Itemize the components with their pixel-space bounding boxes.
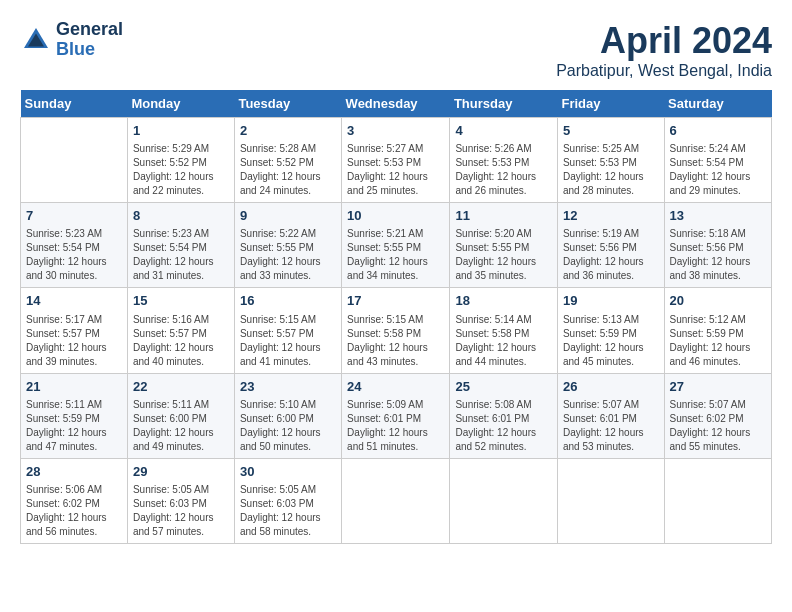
day-number: 16	[240, 292, 336, 310]
day-info: Sunrise: 5:18 AM Sunset: 5:56 PM Dayligh…	[670, 227, 766, 283]
day-number: 17	[347, 292, 444, 310]
calendar-cell: 3Sunrise: 5:27 AM Sunset: 5:53 PM Daylig…	[342, 118, 450, 203]
day-info: Sunrise: 5:25 AM Sunset: 5:53 PM Dayligh…	[563, 142, 659, 198]
header-cell-tuesday: Tuesday	[234, 90, 341, 118]
calendar-table: SundayMondayTuesdayWednesdayThursdayFrid…	[20, 90, 772, 544]
header-cell-monday: Monday	[127, 90, 234, 118]
day-info: Sunrise: 5:15 AM Sunset: 5:57 PM Dayligh…	[240, 313, 336, 369]
calendar-week-2: 7Sunrise: 5:23 AM Sunset: 5:54 PM Daylig…	[21, 203, 772, 288]
day-number: 14	[26, 292, 122, 310]
calendar-cell: 13Sunrise: 5:18 AM Sunset: 5:56 PM Dayli…	[664, 203, 771, 288]
day-info: Sunrise: 5:28 AM Sunset: 5:52 PM Dayligh…	[240, 142, 336, 198]
calendar-cell	[664, 458, 771, 543]
calendar-body: 1Sunrise: 5:29 AM Sunset: 5:52 PM Daylig…	[21, 118, 772, 544]
day-number: 23	[240, 378, 336, 396]
day-info: Sunrise: 5:05 AM Sunset: 6:03 PM Dayligh…	[240, 483, 336, 539]
calendar-week-3: 14Sunrise: 5:17 AM Sunset: 5:57 PM Dayli…	[21, 288, 772, 373]
calendar-cell: 4Sunrise: 5:26 AM Sunset: 5:53 PM Daylig…	[450, 118, 558, 203]
day-number: 7	[26, 207, 122, 225]
calendar-cell	[21, 118, 128, 203]
day-info: Sunrise: 5:11 AM Sunset: 5:59 PM Dayligh…	[26, 398, 122, 454]
logo-icon	[20, 24, 52, 56]
calendar-cell	[342, 458, 450, 543]
calendar-cell: 30Sunrise: 5:05 AM Sunset: 6:03 PM Dayli…	[234, 458, 341, 543]
day-number: 18	[455, 292, 552, 310]
calendar-cell	[557, 458, 664, 543]
calendar-week-1: 1Sunrise: 5:29 AM Sunset: 5:52 PM Daylig…	[21, 118, 772, 203]
day-info: Sunrise: 5:11 AM Sunset: 6:00 PM Dayligh…	[133, 398, 229, 454]
day-number: 25	[455, 378, 552, 396]
logo-text: General Blue	[56, 20, 123, 60]
header-cell-friday: Friday	[557, 90, 664, 118]
day-number: 5	[563, 122, 659, 140]
calendar-cell: 19Sunrise: 5:13 AM Sunset: 5:59 PM Dayli…	[557, 288, 664, 373]
day-number: 24	[347, 378, 444, 396]
day-info: Sunrise: 5:10 AM Sunset: 6:00 PM Dayligh…	[240, 398, 336, 454]
calendar-cell: 15Sunrise: 5:16 AM Sunset: 5:57 PM Dayli…	[127, 288, 234, 373]
day-number: 19	[563, 292, 659, 310]
day-info: Sunrise: 5:20 AM Sunset: 5:55 PM Dayligh…	[455, 227, 552, 283]
calendar-cell: 21Sunrise: 5:11 AM Sunset: 5:59 PM Dayli…	[21, 373, 128, 458]
day-info: Sunrise: 5:29 AM Sunset: 5:52 PM Dayligh…	[133, 142, 229, 198]
calendar-cell: 24Sunrise: 5:09 AM Sunset: 6:01 PM Dayli…	[342, 373, 450, 458]
day-number: 10	[347, 207, 444, 225]
calendar-cell: 9Sunrise: 5:22 AM Sunset: 5:55 PM Daylig…	[234, 203, 341, 288]
day-info: Sunrise: 5:06 AM Sunset: 6:02 PM Dayligh…	[26, 483, 122, 539]
day-number: 30	[240, 463, 336, 481]
day-info: Sunrise: 5:08 AM Sunset: 6:01 PM Dayligh…	[455, 398, 552, 454]
calendar-cell	[450, 458, 558, 543]
calendar-cell: 17Sunrise: 5:15 AM Sunset: 5:58 PM Dayli…	[342, 288, 450, 373]
day-number: 21	[26, 378, 122, 396]
calendar-cell: 28Sunrise: 5:06 AM Sunset: 6:02 PM Dayli…	[21, 458, 128, 543]
day-number: 3	[347, 122, 444, 140]
day-number: 8	[133, 207, 229, 225]
page-header: General Blue April 2024 Parbatipur, West…	[20, 20, 772, 80]
day-number: 22	[133, 378, 229, 396]
calendar-cell: 16Sunrise: 5:15 AM Sunset: 5:57 PM Dayli…	[234, 288, 341, 373]
day-info: Sunrise: 5:19 AM Sunset: 5:56 PM Dayligh…	[563, 227, 659, 283]
calendar-cell: 22Sunrise: 5:11 AM Sunset: 6:00 PM Dayli…	[127, 373, 234, 458]
day-number: 11	[455, 207, 552, 225]
day-number: 13	[670, 207, 766, 225]
header-cell-saturday: Saturday	[664, 90, 771, 118]
day-info: Sunrise: 5:27 AM Sunset: 5:53 PM Dayligh…	[347, 142, 444, 198]
header-cell-thursday: Thursday	[450, 90, 558, 118]
day-info: Sunrise: 5:05 AM Sunset: 6:03 PM Dayligh…	[133, 483, 229, 539]
day-number: 29	[133, 463, 229, 481]
calendar-cell: 20Sunrise: 5:12 AM Sunset: 5:59 PM Dayli…	[664, 288, 771, 373]
day-number: 9	[240, 207, 336, 225]
calendar-week-4: 21Sunrise: 5:11 AM Sunset: 5:59 PM Dayli…	[21, 373, 772, 458]
calendar-cell: 14Sunrise: 5:17 AM Sunset: 5:57 PM Dayli…	[21, 288, 128, 373]
day-info: Sunrise: 5:24 AM Sunset: 5:54 PM Dayligh…	[670, 142, 766, 198]
calendar-cell: 12Sunrise: 5:19 AM Sunset: 5:56 PM Dayli…	[557, 203, 664, 288]
day-number: 1	[133, 122, 229, 140]
calendar-cell: 7Sunrise: 5:23 AM Sunset: 5:54 PM Daylig…	[21, 203, 128, 288]
day-info: Sunrise: 5:16 AM Sunset: 5:57 PM Dayligh…	[133, 313, 229, 369]
title-block: April 2024 Parbatipur, West Bengal, Indi…	[556, 20, 772, 80]
calendar-cell: 1Sunrise: 5:29 AM Sunset: 5:52 PM Daylig…	[127, 118, 234, 203]
calendar-cell: 2Sunrise: 5:28 AM Sunset: 5:52 PM Daylig…	[234, 118, 341, 203]
day-info: Sunrise: 5:12 AM Sunset: 5:59 PM Dayligh…	[670, 313, 766, 369]
calendar-cell: 8Sunrise: 5:23 AM Sunset: 5:54 PM Daylig…	[127, 203, 234, 288]
calendar-cell: 23Sunrise: 5:10 AM Sunset: 6:00 PM Dayli…	[234, 373, 341, 458]
calendar-cell: 18Sunrise: 5:14 AM Sunset: 5:58 PM Dayli…	[450, 288, 558, 373]
calendar-cell: 5Sunrise: 5:25 AM Sunset: 5:53 PM Daylig…	[557, 118, 664, 203]
day-number: 6	[670, 122, 766, 140]
day-number: 2	[240, 122, 336, 140]
day-info: Sunrise: 5:22 AM Sunset: 5:55 PM Dayligh…	[240, 227, 336, 283]
subtitle: Parbatipur, West Bengal, India	[556, 62, 772, 80]
calendar-cell: 29Sunrise: 5:05 AM Sunset: 6:03 PM Dayli…	[127, 458, 234, 543]
day-number: 12	[563, 207, 659, 225]
calendar-cell: 6Sunrise: 5:24 AM Sunset: 5:54 PM Daylig…	[664, 118, 771, 203]
day-info: Sunrise: 5:07 AM Sunset: 6:01 PM Dayligh…	[563, 398, 659, 454]
day-number: 20	[670, 292, 766, 310]
day-number: 26	[563, 378, 659, 396]
day-number: 15	[133, 292, 229, 310]
calendar-cell: 26Sunrise: 5:07 AM Sunset: 6:01 PM Dayli…	[557, 373, 664, 458]
calendar-cell: 25Sunrise: 5:08 AM Sunset: 6:01 PM Dayli…	[450, 373, 558, 458]
day-number: 4	[455, 122, 552, 140]
logo-line2: Blue	[56, 39, 95, 59]
day-info: Sunrise: 5:13 AM Sunset: 5:59 PM Dayligh…	[563, 313, 659, 369]
day-info: Sunrise: 5:26 AM Sunset: 5:53 PM Dayligh…	[455, 142, 552, 198]
day-number: 28	[26, 463, 122, 481]
